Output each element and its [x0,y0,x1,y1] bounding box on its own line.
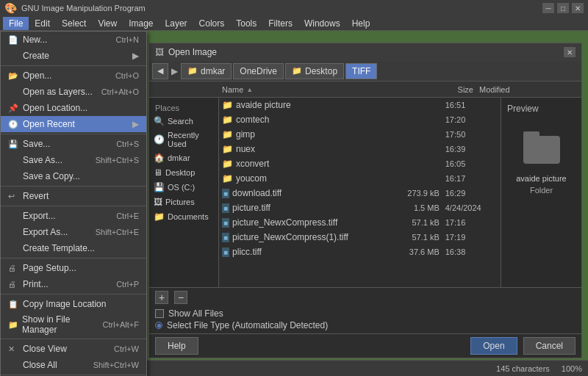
place-documents[interactable]: 📁 Documents [149,209,218,224]
breadcrumb-tiff[interactable]: TIFF [345,63,377,79]
preview-panel: Preview avaide picture Folder [501,98,581,287]
dialog-buttons: Help Open Cancel [149,333,581,358]
close-button[interactable]: ✕ [572,3,584,13]
menu-show-file-manager[interactable]: 📁 Show in File Manager Ctrl+Alt+F [1,312,146,337]
preview-folder-icon [520,127,564,164]
file-row[interactable]: 📁youcom 16:17 [219,171,501,186]
breadcrumb-dmkar[interactable]: 📁 dmkar [181,63,232,79]
places-panel: Places 🔍 Search 🕐 Recently Used 🏠 dmkar … [149,98,219,287]
menu-print[interactable]: 🖨 Print... Ctrl+P [1,276,146,292]
menu-close-view[interactable]: ✕ Close View Ctrl+W [1,341,146,357]
open-button[interactable]: Open [470,337,517,355]
dialog-icon: 🖼 [155,47,164,57]
menu-new[interactable]: 📄 New... Ctrl+N [1,32,146,48]
file-row[interactable]: ■plicc.tiff 37.6 MB 16:38 [219,245,501,259]
file-type-option[interactable]: Select File Type (Automatically Detected… [155,320,576,330]
folder-icon: 📁 [222,144,233,154]
menu-open[interactable]: 📂 Open... Ctrl+O [1,68,146,84]
file-row[interactable]: 📁xconvert 16:05 [219,156,501,171]
place-desktop[interactable]: 🖥 Desktop [149,165,218,180]
back-button[interactable]: ◀ [152,63,168,79]
folder-icon: 📁 [222,159,233,169]
place-pictures[interactable]: 🖼 Pictures [149,195,218,209]
folder-icon: 📁 [222,100,233,110]
place-os-c[interactable]: 💾 OS (C:) [149,180,218,195]
dialog-body: Places 🔍 Search 🕐 Recently Used 🏠 dmkar … [149,98,581,287]
radio-dot [157,324,161,328]
file-row[interactable]: 📁avaide picture 16:51 [219,98,501,112]
menu-create[interactable]: Create ▶ [1,48,146,64]
footer-options: Show All Files Select File Type (Automat… [149,307,581,333]
menu-create-template[interactable]: Create Template... [1,240,146,256]
recently-used-icon: 🕐 [154,134,165,145]
menu-page-setup[interactable]: 🖨 Page Setup... [1,260,146,276]
menu-windows[interactable]: Windows [298,17,346,30]
show-all-files-checkbox[interactable] [155,309,164,318]
file-type-radio[interactable] [155,322,162,329]
minimize-button[interactable]: ─ [542,3,554,13]
menu-help[interactable]: Help [346,17,376,30]
help-button[interactable]: Help [155,337,198,355]
place-recently-used[interactable]: 🕐 Recently Used [149,129,218,151]
app-title: GNU Image Manipulation Program [21,4,538,12]
menu-edit[interactable]: Edit [29,17,56,30]
status-chars: 145 characters [496,364,550,373]
dialog-close-button[interactable]: ✕ [564,47,576,57]
menu-colors[interactable]: Colors [193,17,231,30]
menu-save-as[interactable]: Save As... Shift+Ctrl+S [1,152,146,168]
menu-open-recent[interactable]: 🕐 Open Recent ▶ [1,116,146,132]
folder-icon: 📁 [187,66,198,76]
separator-5 [1,258,146,258]
menu-export-as[interactable]: Export As... Shift+Ctrl+E [1,224,146,240]
folder-icon: 📁 [222,115,233,125]
open-image-dialog: 🖼 Open Image ✕ ◀ ▶ 📁 dmkar OneDrive 📁 De… [148,43,582,358]
menu-tools[interactable]: Tools [230,17,262,30]
menu-open-location[interactable]: 📌 Open Location... [1,100,146,116]
file-type-label: Select File Type (Automatically Detected… [167,320,328,330]
menu-open-layers[interactable]: Open as Layers... Ctrl+Alt+O [1,84,146,100]
window-controls: ─ □ ✕ [542,3,584,13]
menu-copy-location[interactable]: 📋 Copy Image Location [1,296,146,312]
tiff-icon: ■ [222,203,229,213]
separator-3 [1,186,146,187]
menu-save-copy[interactable]: Save a Copy... [1,168,146,184]
menu-view[interactable]: View [92,17,123,30]
folder-icon: 📁 [222,173,233,184]
dialog-title: Open Image [168,47,559,57]
menu-file[interactable]: File [3,17,29,30]
home-icon: 🏠 [154,153,165,163]
separator-2 [1,134,146,134]
breadcrumb-separator: ▶ [171,66,178,76]
remove-place-button[interactable]: − [174,291,187,304]
file-row[interactable]: ■picture.tiff 1.5 MB 4/24/2024 [219,200,501,215]
file-row[interactable]: 📁nuex 16:39 [219,142,501,156]
app-icon: 🎨 [4,2,17,14]
place-search[interactable]: 🔍 Search [149,114,218,129]
col-header-modified: Modified [476,85,535,94]
file-row[interactable]: ■download.tiff 273.9 kB 16:29 [219,186,501,200]
file-row[interactable]: ■picture_NewxCompress.tiff 57.1 kB 17:16 [219,215,501,230]
file-row[interactable]: 📁gimp 17:50 [219,127,501,142]
column-headers: Name ▲ Size Modified [149,82,581,98]
show-all-files-option[interactable]: Show All Files [155,308,576,319]
file-row[interactable]: 📁comtech 17:20 [219,112,501,127]
maximize-button[interactable]: □ [557,3,569,13]
menu-filters[interactable]: Filters [262,17,298,30]
menu-close-all[interactable]: Close All Shift+Ctrl+W [1,357,146,373]
file-row[interactable]: ■picture_NewxCompress(1).tiff 57.1 kB 17… [219,230,501,245]
menu-layer[interactable]: Layer [159,17,193,30]
preview-filename: avaide picture [516,174,567,183]
menu-image[interactable]: Image [123,17,159,30]
dialog-toolbar: ◀ ▶ 📁 dmkar OneDrive 📁 Desktop TIFF [149,61,581,82]
cancel-button[interactable]: Cancel [523,337,576,355]
breadcrumb-desktop[interactable]: 📁 Desktop [285,63,344,79]
add-place-button[interactable]: + [155,291,168,304]
menu-export[interactable]: Export... Ctrl+E [1,208,146,224]
menu-select[interactable]: Select [56,17,92,30]
tiff-icon: ■ [222,218,229,228]
breadcrumb-onedrive[interactable]: OneDrive [233,63,284,79]
tiff-icon: ■ [222,233,229,242]
menu-save[interactable]: 💾 Save... Ctrl+S [1,136,146,152]
menu-revert[interactable]: ↩ Revert [1,188,146,204]
place-dmkar[interactable]: 🏠 dmkar [149,151,218,165]
